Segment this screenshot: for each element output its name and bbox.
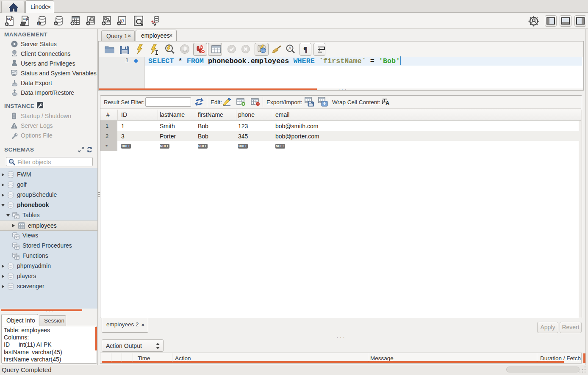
svg-text:SQL: SQL	[7, 17, 14, 21]
svg-text:A: A	[386, 100, 390, 106]
svg-text:SQL: SQL	[23, 17, 29, 21]
svg-text:A: A	[288, 46, 291, 51]
svg-text:¶: ¶	[303, 46, 308, 54]
